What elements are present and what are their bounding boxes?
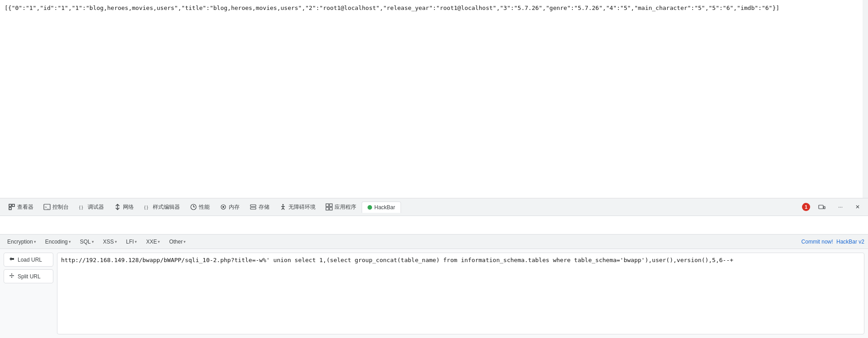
svg-rect-0 <box>9 204 11 207</box>
other-arrow: ▾ <box>184 239 186 244</box>
tab-inspector[interactable]: 查看器 <box>4 201 38 213</box>
tab-accessibility[interactable]: 无障碍环境 <box>275 201 320 213</box>
hackbar-green-dot <box>368 205 372 210</box>
console-icon: >_ <box>43 203 51 211</box>
encoding-menu[interactable]: Encoding ▾ <box>42 237 75 247</box>
svg-rect-2 <box>9 207 11 210</box>
error-count: 1 <box>805 204 807 210</box>
close-icon: ✕ <box>855 204 860 210</box>
xxe-arrow: ▾ <box>158 239 160 244</box>
other-label: Other <box>169 239 183 245</box>
close-devtools-button[interactable]: ✕ <box>851 202 864 212</box>
tab-storage-label: 存储 <box>259 203 269 211</box>
tab-applications-label: 应用程序 <box>335 203 356 211</box>
style-editor-icon: { } <box>144 203 151 211</box>
hackbar-buttons: Load URL Split URL <box>4 253 53 334</box>
tab-style-editor[interactable]: { } 样式编辑器 <box>139 201 184 213</box>
svg-point-12 <box>222 206 224 208</box>
tab-network[interactable]: 网络 <box>109 201 138 213</box>
url-input[interactable] <box>57 253 864 334</box>
debugger-icon: { } <box>79 203 86 211</box>
encryption-menu[interactable]: Encryption ▾ <box>4 237 40 247</box>
svg-rect-21 <box>330 204 332 207</box>
split-url-label: Split URL <box>18 273 41 280</box>
applications-icon <box>326 203 333 211</box>
hackbar-menu-bar: Encryption ▾ Encoding ▾ SQL ▾ XSS ▾ LFI … <box>0 235 868 249</box>
svg-rect-13 <box>250 205 256 207</box>
tab-storage[interactable]: 存储 <box>245 201 274 213</box>
svg-rect-22 <box>326 207 329 210</box>
tab-memory-label: 内存 <box>229 203 240 211</box>
accessibility-icon <box>279 203 287 211</box>
inspector-icon <box>8 203 15 211</box>
svg-point-15 <box>283 204 284 206</box>
xxe-menu[interactable]: XXE ▾ <box>142 237 164 247</box>
encoding-label: Encoding <box>45 239 68 245</box>
tab-applications[interactable]: 应用程序 <box>321 201 361 213</box>
tab-performance-label: 性能 <box>199 203 210 211</box>
hackbar-content: Load URL Split URL <box>0 249 868 338</box>
svg-text:{ }: { } <box>79 205 83 210</box>
other-menu[interactable]: Other ▾ <box>165 237 189 247</box>
error-badge[interactable]: 1 <box>802 203 810 211</box>
storage-icon <box>250 203 257 211</box>
more-icon: ··· <box>838 204 843 210</box>
sql-label: SQL <box>80 239 91 245</box>
main-content-area: [{"0":"1","id":"1","1":"blog,heroes,movi… <box>0 0 868 216</box>
svg-text:{ }: { } <box>144 205 148 210</box>
url-area <box>57 253 864 334</box>
network-icon <box>114 203 121 211</box>
load-url-icon <box>9 256 15 263</box>
svg-line-19 <box>283 208 284 210</box>
split-url-icon <box>9 272 15 280</box>
devtools-bar: 查看器 >_ 控制台 { } 调试器 网络 { } 样式编辑器 性能 <box>0 198 868 216</box>
svg-text:>_: >_ <box>45 205 49 209</box>
encryption-label: Encryption <box>7 239 33 245</box>
performance-icon <box>190 203 197 211</box>
svg-rect-25 <box>824 207 825 209</box>
tab-hackbar[interactable]: HackBar <box>362 202 401 213</box>
lfi-menu[interactable]: LFI ▾ <box>123 237 141 247</box>
svg-rect-14 <box>250 207 256 209</box>
svg-rect-20 <box>326 204 329 207</box>
more-tools-button[interactable]: ··· <box>834 202 847 212</box>
main-scrollbar[interactable] <box>863 0 868 216</box>
version-label: HackBar v2 <box>836 239 864 245</box>
split-url-button[interactable]: Split URL <box>4 269 53 283</box>
json-output: [{"0":"1","id":"1","1":"blog,heroes,movi… <box>5 4 863 13</box>
sql-menu[interactable]: SQL ▾ <box>76 237 98 247</box>
encoding-arrow: ▾ <box>69 239 71 244</box>
load-url-label: Load URL <box>18 257 42 263</box>
tab-hackbar-label: HackBar <box>374 204 395 211</box>
svg-rect-1 <box>12 204 14 207</box>
tab-network-label: 网络 <box>123 203 134 211</box>
tab-console-label: 控制台 <box>52 203 69 211</box>
tab-memory[interactable]: 内存 <box>215 201 244 213</box>
lfi-arrow: ▾ <box>135 239 137 244</box>
tab-style-editor-label: 样式编辑器 <box>153 203 180 211</box>
xss-menu[interactable]: XSS ▾ <box>99 237 121 247</box>
svg-rect-23 <box>330 207 332 210</box>
commit-label: Commit now! <box>802 239 833 245</box>
tab-console[interactable]: >_ 控制台 <box>39 201 73 213</box>
devtools-right-controls: 1 ··· ✕ <box>802 201 864 213</box>
tab-debugger[interactable]: { } 调试器 <box>74 201 108 213</box>
hackbar-panel: Encryption ▾ Encoding ▾ SQL ▾ XSS ▾ LFI … <box>0 234 868 338</box>
xxe-label: XXE <box>146 239 157 245</box>
encryption-arrow: ▾ <box>34 239 36 244</box>
tab-debugger-label: 调试器 <box>88 203 104 211</box>
tab-performance[interactable]: 性能 <box>185 201 214 213</box>
memory-icon <box>220 203 227 211</box>
xss-arrow: ▾ <box>115 239 117 244</box>
sql-arrow: ▾ <box>92 239 94 244</box>
commit-version-label: Commit now! HackBar v2 <box>802 239 864 245</box>
xss-label: XSS <box>103 239 114 245</box>
svg-rect-24 <box>819 205 823 209</box>
load-url-button[interactable]: Load URL <box>4 253 53 267</box>
responsive-design-button[interactable] <box>814 201 830 213</box>
lfi-label: LFI <box>126 239 134 245</box>
tab-inspector-label: 查看器 <box>17 203 33 211</box>
tab-accessibility-label: 无障碍环境 <box>288 203 316 211</box>
